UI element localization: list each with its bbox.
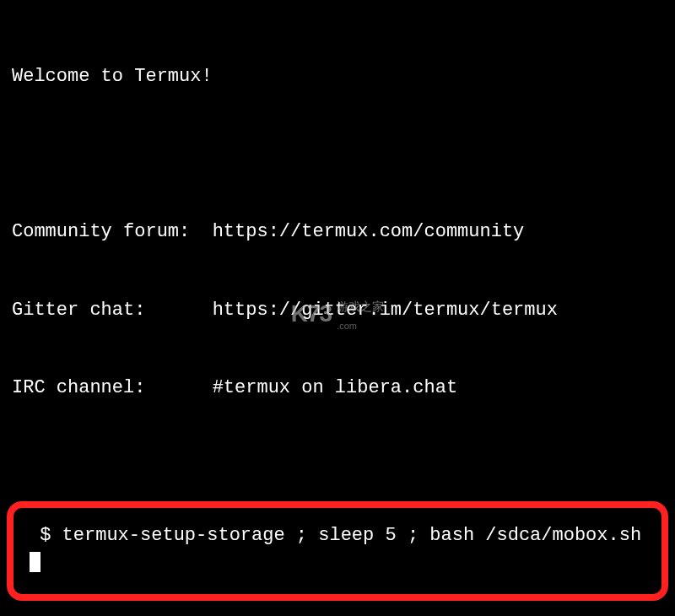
command-highlight-box: $ termux-setup-storage ; sleep 5 ; bash … (7, 501, 668, 601)
irc-link-line: IRC channel: #termux on libera.chat (12, 376, 663, 402)
community-link-line: Community forum: https://termux.com/comm… (12, 219, 663, 246)
blank-line (12, 142, 663, 168)
blank-line (12, 609, 663, 616)
command-text: termux-setup-storage ; sleep 5 ; bash /s… (62, 525, 642, 546)
command-prompt-line[interactable]: $ termux-setup-storage ; sleep 5 ; bash … (29, 523, 648, 575)
welcome-line: Welcome to Termux! (12, 64, 663, 90)
cursor (30, 552, 40, 572)
prompt-symbol: $ (29, 525, 62, 546)
gitter-link-line: Gitter chat: https://gitter.im/termux/te… (12, 298, 663, 324)
blank-line (12, 454, 663, 480)
